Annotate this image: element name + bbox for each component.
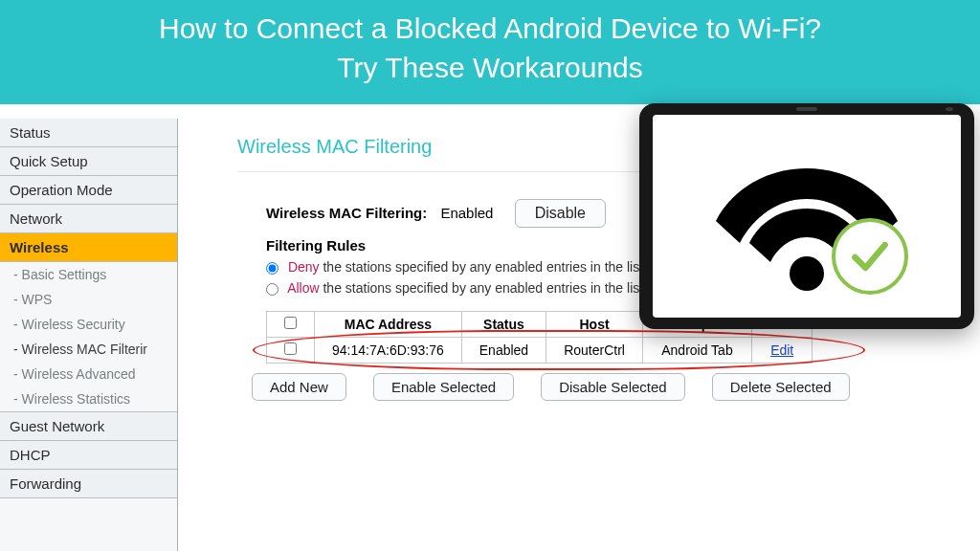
cell-description: Android Tab (642, 338, 751, 364)
edit-link[interactable]: Edit (770, 342, 793, 358)
sidebar-sub-wps[interactable]: - WPS (0, 287, 177, 312)
sidebar-item-guest-network[interactable]: Guest Network (0, 411, 177, 441)
sidebar-sub-wireless-mac-filtering[interactable]: - Wireless MAC Filterir (0, 337, 177, 362)
rule-deny-keyword: Deny (288, 259, 320, 275)
sidebar-item-dhcp[interactable]: DHCP (0, 441, 177, 470)
sidebar-item-operation-mode[interactable]: Operation Mode (0, 176, 177, 205)
sidebar-item-forwarding[interactable]: Forwarding (0, 470, 177, 498)
col-host: Host (546, 312, 643, 338)
svg-point-0 (790, 256, 824, 291)
sidebar-sub-basic-settings[interactable]: - Basic Settings (0, 262, 177, 287)
rule-allow-radio[interactable] (266, 283, 278, 296)
add-new-button[interactable]: Add New (252, 373, 346, 401)
disable-selected-button[interactable]: Disable Selected (541, 373, 685, 401)
col-checkbox (267, 312, 315, 338)
sidebar-sub-wireless-statistics[interactable]: - Wireless Statistics (0, 386, 177, 411)
sidebar-sub-wireless-security[interactable]: - Wireless Security (0, 312, 177, 337)
sidebar-item-network[interactable]: Network (0, 205, 177, 233)
banner-line1: How to Connect a Blocked Android Device … (159, 12, 821, 44)
cell-host: RouterCtrl (546, 338, 643, 364)
row-checkbox[interactable] (284, 342, 297, 355)
action-buttons-row: Add New Enable Selected Disable Selected… (252, 373, 951, 401)
sidebar-item-quick-setup[interactable]: Quick Setup (0, 147, 177, 176)
rule-allow-keyword: Allow (287, 280, 319, 296)
rule-deny-radio[interactable] (266, 262, 278, 275)
delete-selected-button[interactable]: Delete Selected (712, 373, 850, 401)
layout-gap (178, 119, 199, 551)
sidebar-sub-wireless-advanced[interactable]: - Wireless Advanced (0, 362, 177, 386)
status-label: Wireless MAC Filtering: (266, 205, 427, 221)
toggle-disable-button[interactable]: Disable (515, 199, 606, 228)
status-value: Enabled (440, 205, 493, 221)
enable-selected-button[interactable]: Enable Selected (373, 373, 514, 401)
wifi-icon (711, 140, 902, 293)
sidebar-item-status[interactable]: Status (0, 119, 177, 147)
table-row: 94:14:7A:6D:93:76 Enabled RouterCtrl And… (267, 338, 813, 364)
col-mac: MAC Address (315, 312, 462, 338)
checkmark-icon (832, 218, 908, 295)
tablet-illustration (639, 103, 974, 329)
sidebar-nav: Status Quick Setup Operation Mode Networ… (0, 119, 178, 551)
banner-line2: Try These Workarounds (19, 49, 961, 88)
article-banner: How to Connect a Blocked Android Device … (0, 0, 980, 104)
select-all-checkbox[interactable] (284, 317, 297, 329)
cell-mac: 94:14:7A:6D:93:76 (315, 338, 462, 364)
col-status: Status (461, 312, 546, 338)
sidebar-item-wireless[interactable]: Wireless (0, 233, 177, 262)
cell-status: Enabled (461, 338, 546, 364)
tablet-screen (653, 115, 961, 318)
